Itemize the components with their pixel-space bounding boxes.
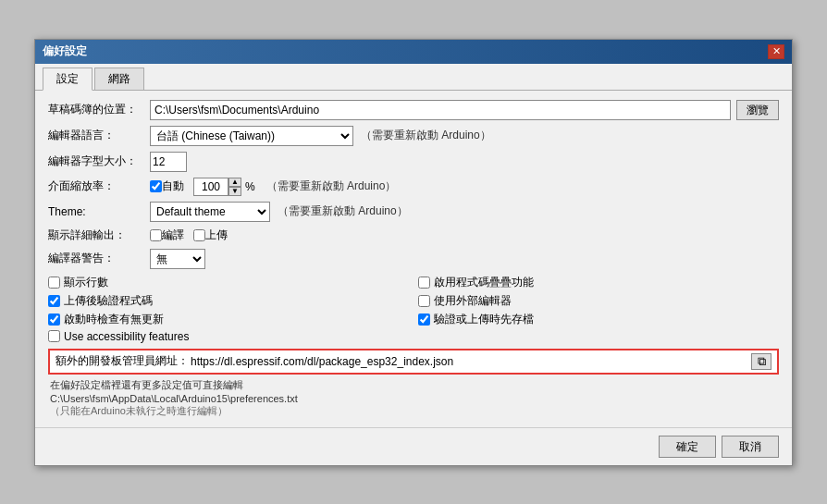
- compiler-warnings-select[interactable]: 無: [150, 249, 205, 269]
- accessibility-label: Use accessibility features: [64, 330, 189, 343]
- checkboxes-grid: 顯示行數 啟用程式碼疊疊功能 上傳後驗證程式碼 使用外部編輯器 啟動時檢查有無更…: [48, 275, 779, 343]
- close-button[interactable]: ✕: [768, 44, 784, 59]
- scale-spinner: ▲ ▼: [193, 178, 241, 196]
- browse-button[interactable]: 瀏覽: [736, 100, 779, 120]
- upload-label: 上傳: [205, 227, 228, 243]
- interface-scale-row: 介面縮放率： 自動 ▲ ▼ % （需要重新啟動 Arduino）: [48, 178, 779, 196]
- sketchbook-row: 草稿碼簿的位置： 瀏覽: [48, 100, 779, 120]
- theme-select[interactable]: Default theme: [150, 202, 270, 222]
- show-line-numbers-label: 顯示行數: [64, 275, 108, 290]
- editor-language-row: 編輯器語言： 台語 (Chinese (Taiwan)) （需要重新啟動 Ard…: [48, 126, 779, 146]
- save-before-verify-checkbox[interactable]: [418, 313, 430, 326]
- editor-language-hint: （需要重新啟動 Arduino）: [361, 128, 491, 143]
- code-folding-checkbox[interactable]: [418, 277, 430, 289]
- external-editor-checkbox[interactable]: [418, 295, 430, 307]
- spinner-down-button[interactable]: ▼: [228, 187, 241, 196]
- cancel-button[interactable]: 取消: [722, 436, 779, 458]
- tabs-row: 設定 網路: [35, 64, 792, 91]
- checkbox-verify-after-upload: 上傳後驗證程式碼: [48, 293, 409, 309]
- spinner-up-button[interactable]: ▲: [228, 178, 241, 187]
- verbose-output-row: 顯示詳細輸出： 編譯 上傳: [48, 227, 779, 243]
- editor-font-size-input[interactable]: [150, 152, 187, 172]
- checkbox-show-line-numbers: 顯示行數: [48, 275, 409, 290]
- scale-value-input[interactable]: [193, 178, 228, 196]
- upload-verbose-checkbox[interactable]: [193, 229, 205, 241]
- check-updates-checkbox[interactable]: [48, 313, 60, 326]
- save-before-verify-label: 驗證或上傳時先存檔: [434, 312, 534, 327]
- editor-language-select[interactable]: 台語 (Chinese (Taiwan)): [150, 126, 353, 146]
- compile-label: 編譯: [162, 227, 184, 243]
- url-copy-icon[interactable]: ⧉: [751, 353, 771, 370]
- editor-font-size-label: 編輯器字型大小：: [48, 154, 150, 169]
- spinner-buttons: ▲ ▼: [228, 178, 241, 196]
- tab-settings[interactable]: 設定: [43, 68, 93, 91]
- info-line-1: 在偏好設定檔裡還有更多設定值可直接編輯: [48, 378, 779, 392]
- code-folding-label: 啟用程式碼疊疊功能: [434, 275, 534, 290]
- auto-scale-label: 自動: [162, 178, 184, 194]
- external-editor-label: 使用外部編輯器: [434, 293, 512, 309]
- theme-row: Theme: Default theme （需要重新啟動 Arduino）: [48, 202, 779, 222]
- additional-urls-row: 額外的開發板管理員網址： ⧉: [48, 349, 779, 375]
- additional-urls-label: 額外的開發板管理員網址：: [56, 353, 189, 369]
- show-line-numbers-checkbox[interactable]: [48, 277, 60, 289]
- bottom-bar: 確定 取消: [35, 427, 792, 465]
- editor-language-label: 編輯器語言：: [48, 128, 150, 143]
- interface-scale-label: 介面縮放率：: [48, 178, 150, 194]
- additional-urls-input[interactable]: [189, 354, 747, 369]
- verify-after-upload-checkbox[interactable]: [48, 295, 60, 307]
- info-section: 在偏好設定檔裡還有更多設定值可直接編輯 C:\Users\fsm\AppData…: [48, 378, 779, 418]
- checkbox-code-folding: 啟用程式碼疊疊功能: [418, 275, 779, 290]
- title-bar: 偏好設定 ✕: [35, 40, 792, 64]
- theme-label: Theme:: [48, 205, 150, 218]
- verify-after-upload-label: 上傳後驗證程式碼: [64, 293, 153, 309]
- checkbox-accessibility: Use accessibility features: [48, 330, 409, 343]
- compile-verbose-checkbox[interactable]: [150, 229, 162, 241]
- editor-font-size-row: 編輯器字型大小：: [48, 152, 779, 172]
- scale-unit: %: [245, 180, 255, 193]
- verbose-output-label: 顯示詳細輸出：: [48, 227, 150, 243]
- preferences-content: 草稿碼簿的位置： 瀏覽 編輯器語言： 台語 (Chinese (Taiwan))…: [35, 91, 792, 427]
- checkbox-external-editor: 使用外部編輯器: [418, 293, 779, 309]
- sketchbook-path-input[interactable]: [150, 100, 731, 120]
- accessibility-checkbox[interactable]: [48, 330, 60, 342]
- tab-network[interactable]: 網路: [94, 68, 144, 90]
- ok-button[interactable]: 確定: [659, 436, 716, 458]
- auto-scale-checkbox[interactable]: [150, 180, 162, 192]
- check-updates-label: 啟動時檢查有無更新: [64, 312, 164, 327]
- sketchbook-label: 草稿碼簿的位置：: [48, 102, 150, 117]
- interface-scale-hint: （需要重新啟動 Arduino）: [266, 178, 397, 194]
- info-line-2: C:\Users\fsm\AppData\Local\Arduino15\pre…: [48, 393, 779, 404]
- checkbox-check-updates: 啟動時檢查有無更新: [48, 312, 409, 327]
- compiler-warnings-row: 編譯器警告： 無: [48, 249, 779, 269]
- dialog-title: 偏好設定: [43, 43, 87, 59]
- compiler-warnings-label: 編譯器警告：: [48, 251, 150, 266]
- checkbox-save-before-verify: 驗證或上傳時先存檔: [418, 312, 779, 327]
- preferences-dialog: 偏好設定 ✕ 設定 網路 草稿碼簿的位置： 瀏覽 編輯器語言： 台語 (Chin…: [34, 39, 793, 466]
- theme-hint: （需要重新啟動 Arduino）: [278, 203, 408, 219]
- info-line-3: （只能在Arduino未執行之時進行編輯）: [48, 404, 779, 418]
